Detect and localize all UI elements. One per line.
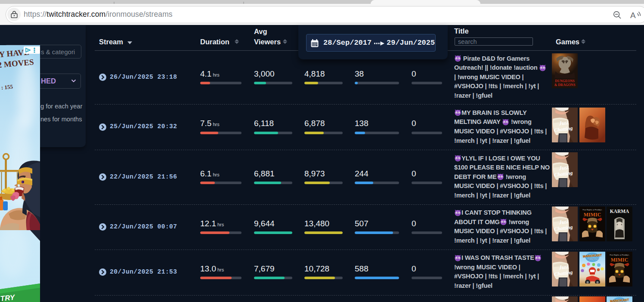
svg-text:MIMIC: MIMIC bbox=[583, 212, 601, 218]
svg-text:DUNGEONS: DUNGEONS bbox=[555, 79, 575, 83]
svg-text:A: A bbox=[630, 11, 636, 20]
svg-text:TRY: TRY bbox=[0, 293, 16, 302]
svg-text:: 155: : 155 bbox=[1, 83, 13, 91]
svg-text:MIMIC: MIMIC bbox=[611, 257, 629, 263]
svg-text:KARMA: KARMA bbox=[610, 209, 629, 214]
svg-text:& DRAGONS: & DRAGONS bbox=[554, 83, 576, 87]
svg-text:Five Nights at Freddy's: Five Nights at Freddy's bbox=[610, 254, 630, 256]
svg-text:Five Nights at Freddy's: Five Nights at Freddy's bbox=[582, 209, 602, 211]
